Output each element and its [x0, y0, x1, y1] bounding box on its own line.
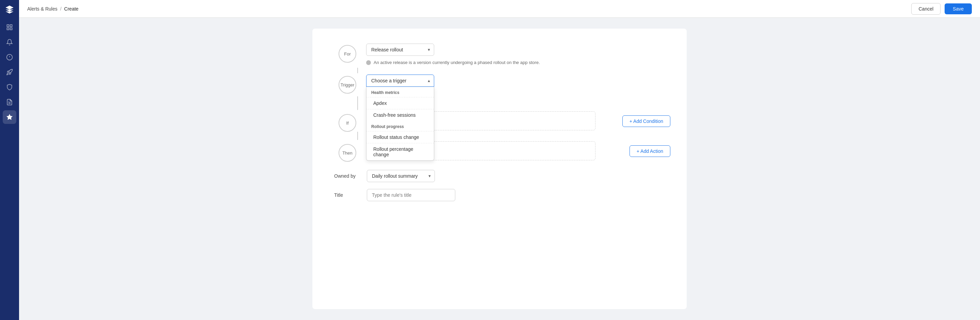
title-row: Title: [329, 189, 670, 201]
svg-rect-1: [10, 25, 12, 27]
title-input[interactable]: [367, 189, 455, 201]
sidebar-item-warning[interactable]: [3, 50, 16, 64]
cancel-button[interactable]: Cancel: [911, 3, 940, 14]
dropdown-item-crash-free-sessions[interactable]: Crash-free sessions: [366, 109, 434, 121]
dropdown-item-rollout-status[interactable]: Rollout status change: [366, 131, 434, 143]
sidebar-item-rocket[interactable]: [3, 65, 16, 79]
for-label: For: [339, 45, 356, 63]
dropdown-group-rollout: Rollout progress: [366, 121, 434, 131]
owned-by-select[interactable]: Daily rollout summary: [367, 170, 435, 182]
if-label: If: [339, 114, 356, 132]
add-condition-button[interactable]: + Add Condition: [622, 115, 670, 127]
sidebar-item-grid[interactable]: [3, 21, 16, 34]
dropdown-item-apdex[interactable]: Apdex: [366, 97, 434, 109]
add-action-button[interactable]: + Add Action: [630, 145, 670, 157]
header-actions: Cancel Save: [911, 3, 972, 14]
svg-rect-2: [7, 28, 9, 30]
dropdown-item-rollout-percentage[interactable]: Rollout percentage change: [366, 143, 434, 160]
header: Alerts & Rules / Create Cancel Save: [19, 0, 980, 18]
main-area: Alerts & Rules / Create Cancel Save For …: [19, 0, 980, 320]
owned-by-label: Owned by: [334, 173, 361, 179]
sidebar-item-star[interactable]: [3, 110, 16, 124]
form-card: For Release rollout ▼ An active release …: [312, 29, 687, 309]
then-label: Then: [339, 144, 356, 162]
dropdown-group-health: Health metrics: [366, 87, 434, 97]
trigger-dropdown-menu: Health metrics Apdex Crash-free sessions…: [366, 87, 434, 161]
sidebar-item-shield[interactable]: [3, 80, 16, 94]
for-select[interactable]: Release rollout: [366, 44, 434, 56]
svg-rect-3: [10, 28, 12, 30]
sidebar-item-bell[interactable]: [3, 35, 16, 49]
for-select-wrapper: Release rollout ▼: [366, 44, 434, 56]
breadcrumb-parent[interactable]: Alerts & Rules: [27, 6, 57, 11]
breadcrumb-separator: /: [60, 6, 62, 11]
owned-by-select-wrapper: Daily rollout summary ▼: [367, 170, 435, 182]
owned-by-row: Owned by Daily rollout summary ▼: [329, 170, 670, 182]
sidebar: [0, 0, 19, 320]
svg-marker-9: [7, 115, 13, 120]
save-button[interactable]: Save: [945, 3, 972, 14]
breadcrumb: Alerts & Rules / Create: [27, 6, 79, 11]
trigger-label: Trigger: [339, 76, 356, 94]
trigger-select-wrapper: Choose a trigger ▲ Health metrics Apdex …: [366, 75, 434, 87]
svg-rect-0: [7, 25, 9, 27]
trigger-placeholder: Choose a trigger: [371, 78, 407, 83]
sidebar-logo: [4, 4, 15, 15]
for-info-text: An active release is a version currently…: [374, 60, 540, 65]
for-info-note: An active release is a version currently…: [366, 60, 670, 65]
title-label: Title: [334, 192, 361, 198]
content-area: For Release rollout ▼ An active release …: [19, 18, 980, 320]
trigger-select[interactable]: Choose a trigger: [366, 75, 434, 87]
info-dot-icon: [366, 60, 371, 65]
sidebar-item-document[interactable]: [3, 96, 16, 109]
breadcrumb-current: Create: [64, 6, 79, 11]
